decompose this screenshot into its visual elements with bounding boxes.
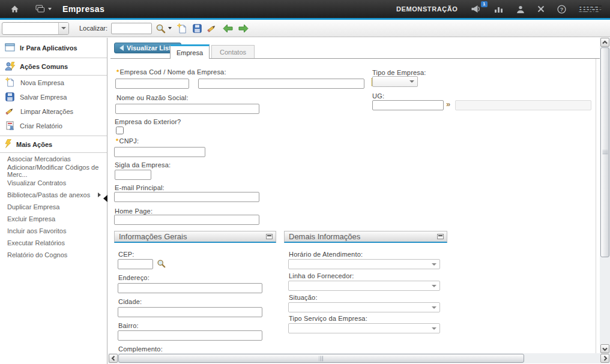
sidebar-item-duplicar-empresa[interactable]: Duplicar Empresa	[0, 201, 107, 213]
scroll-right-button[interactable]	[600, 354, 609, 363]
save-icon[interactable]	[193, 24, 202, 33]
tipo-empresa-select[interactable]	[372, 76, 418, 87]
sidebar: Ir Para Aplicativos Ações Comuns Nova Em…	[0, 38, 107, 364]
forward-icon[interactable]	[238, 24, 249, 33]
bairro-input[interactable]	[118, 330, 262, 341]
sidebar-item-limpar-alteracoes[interactable]: Limpar Alterações	[0, 104, 107, 119]
ug-input[interactable]	[372, 100, 444, 110]
nome-razao-input[interactable]	[115, 104, 259, 114]
topbar: Empresas DEMONSTRAÇÃO 1 ? IBM®	[0, 0, 610, 18]
cep-label: CEP:	[118, 251, 134, 258]
tab-empresa[interactable]: Empresa	[170, 44, 210, 59]
cep-search-icon[interactable]	[157, 259, 166, 270]
submenu-arrow-icon	[98, 192, 101, 197]
bairro-label: Bairro:	[118, 322, 139, 329]
exterior-checkbox[interactable]	[116, 127, 124, 134]
sidebar-item-excluir-empresa[interactable]: Excluir Empresa	[0, 213, 107, 225]
sidebar-item-incluir-favoritos[interactable]: Incluir aos Favoritos	[0, 225, 107, 237]
tipo-empresa-label: Tipo de Empresa:	[372, 69, 426, 76]
horario-select[interactable]	[288, 259, 440, 269]
required-marker: *	[116, 68, 119, 76]
scroll-down-button[interactable]	[600, 344, 609, 353]
announcement-icon[interactable]: 1	[471, 5, 482, 13]
back-icon[interactable]	[223, 24, 233, 33]
empresa-cod-input[interactable]	[115, 79, 189, 89]
section-demais-informacoes: Demais Informações	[284, 231, 447, 243]
email-input[interactable]	[114, 192, 259, 202]
sidebar-item-salvar-empresa[interactable]: Salvar Empresa	[0, 90, 107, 104]
endereco-label: Endereço:	[118, 274, 149, 281]
sidebar-header-more-actions: Mais Ações	[0, 136, 107, 153]
exterior-label: Empresa do Exterior?	[115, 118, 181, 125]
horario-label: Horário de Atendimento:	[289, 251, 363, 258]
situacao-select[interactable]	[288, 302, 440, 312]
sigla-input[interactable]	[115, 170, 151, 180]
complemento-label: Complemento:	[118, 345, 163, 353]
sidebar-item-associar-mercadorias[interactable]: Associar Mercadorias	[0, 153, 107, 165]
sidebar-item-executar-relatorios[interactable]: Executar Relatórios	[0, 237, 107, 249]
sidebar-item-nova-empresa[interactable]: Nova Empresa	[0, 76, 107, 90]
scroll-up-button[interactable]	[600, 38, 609, 47]
sidebar-item-go-to-apps[interactable]: Ir Para Aplicativos	[0, 38, 107, 58]
vertical-scrollbar[interactable]	[600, 38, 610, 353]
sidebar-item-visualizar-contratos[interactable]: Visualizar Contratos	[0, 177, 107, 189]
person-lightning-icon	[5, 61, 16, 72]
home-icon[interactable]	[10, 5, 19, 13]
situacao-label: Situação:	[289, 294, 318, 301]
ug-description-field	[455, 100, 591, 110]
search-options-caret-icon[interactable]	[168, 27, 172, 29]
empresa-nome-input[interactable]	[198, 79, 364, 89]
record-combobox[interactable]	[2, 22, 69, 35]
save-icon	[5, 92, 14, 103]
cidade-label: Cidade:	[118, 298, 142, 305]
homepage-input[interactable]	[114, 215, 259, 225]
homepage-label: Home Page:	[115, 207, 152, 215]
chevron-down-icon	[432, 327, 436, 330]
app-window-icon	[5, 43, 15, 53]
new-record-icon[interactable]	[177, 23, 187, 34]
help-icon[interactable]: ?	[557, 5, 566, 14]
section-informacoes-gerais: Informações Gerais	[114, 231, 276, 243]
clear-changes-icon[interactable]	[207, 23, 217, 33]
scroll-grip	[319, 356, 324, 361]
sidebar-collapse-handle[interactable]	[103, 195, 107, 202]
linha-fornecedor-select[interactable]	[288, 281, 440, 291]
localizar-input[interactable]	[111, 23, 152, 34]
tipo-servico-select[interactable]	[288, 323, 440, 333]
svg-text:?: ?	[560, 6, 563, 12]
sidebar-item-criar-relatorio[interactable]: Criar Relatório	[0, 119, 107, 133]
cnpj-label: *CNPJ:	[116, 137, 139, 145]
combobox-dropdown-button[interactable]	[58, 23, 68, 34]
collapse-section-icon[interactable]	[266, 234, 273, 239]
combobox-value[interactable]	[2, 23, 58, 34]
collapse-section-icon[interactable]	[437, 234, 444, 239]
app-windows-icon[interactable]	[35, 5, 46, 13]
tipo-servico-label: Tipo Serviço da Empresa:	[289, 315, 367, 322]
scroll-left-button[interactable]	[109, 354, 118, 363]
cnpj-input[interactable]	[114, 147, 205, 157]
tab-contatos[interactable]: Contatos	[211, 45, 255, 58]
environment-label: DEMONSTRAÇÃO	[396, 5, 458, 13]
chevron-down-icon	[61, 27, 66, 29]
sidebar-item-relatorio-cognos[interactable]: Relatório do Cognos	[0, 249, 107, 261]
page-title: Empresas	[62, 4, 104, 14]
toolbar: Localizar:	[0, 20, 610, 37]
app-windows-caret-icon[interactable]	[48, 8, 52, 10]
horizontal-scrollbar[interactable]	[108, 353, 610, 363]
chevron-down-icon	[432, 263, 436, 266]
sidebar-item-biblioteca-anexos[interactable]: Biblioteca/Pastas de anexos	[0, 189, 107, 201]
user-icon[interactable]	[516, 5, 525, 13]
horizontal-scroll-thumb[interactable]	[118, 354, 524, 363]
endereco-input[interactable]	[118, 283, 262, 293]
cidade-input[interactable]	[118, 307, 262, 317]
localizar-label: Localizar:	[79, 25, 107, 32]
new-record-icon	[5, 77, 15, 88]
search-icon[interactable]	[156, 23, 166, 34]
cep-input[interactable]	[118, 259, 153, 269]
close-icon[interactable]	[537, 5, 545, 13]
vertical-scroll-thumb[interactable]	[600, 47, 609, 257]
sidebar-item-adicionar-codigos[interactable]: Adicionar/Modificar Códigos de Merc...	[0, 165, 107, 177]
ug-transfer-icon[interactable]: »	[446, 100, 450, 109]
stats-icon[interactable]	[494, 5, 504, 13]
chevron-down-icon	[409, 80, 414, 83]
